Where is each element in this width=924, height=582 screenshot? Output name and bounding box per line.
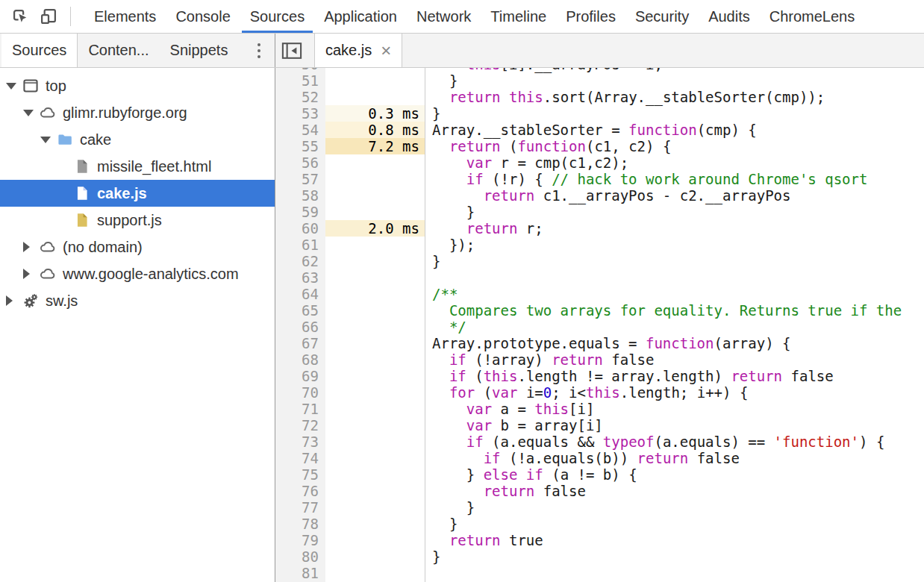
line-number[interactable]: 63	[275, 269, 319, 286]
code-line[interactable]: }	[432, 548, 924, 565]
code-line[interactable]: */	[432, 319, 924, 335]
device-toolbar-icon[interactable]	[37, 5, 60, 28]
navigator-tab-sources[interactable]: Sources	[1, 34, 78, 67]
line-number[interactable]: 71	[275, 401, 319, 417]
code-line[interactable]: }	[432, 72, 924, 89]
tree-item-top[interactable]: top	[0, 72, 275, 99]
panel-tab-timeline[interactable]: Timeline	[481, 0, 556, 33]
code-line[interactable]: if (a.equals && typeof(a.equals) == 'fun…	[432, 434, 924, 450]
line-number[interactable]: 67	[275, 335, 319, 351]
source-editor[interactable]: 5051525354555657585960616263646566676869…	[275, 68, 924, 582]
panel-tab-console[interactable]: Console	[166, 0, 240, 33]
code-pane[interactable]: this[i].__arrayPos = i; } return this.so…	[425, 68, 924, 582]
inspect-icon[interactable]	[9, 5, 31, 28]
panel-tab-application[interactable]: Application	[314, 0, 407, 33]
code-line[interactable]: });	[432, 237, 924, 253]
tree-item-no-domain[interactable]: (no domain)	[0, 234, 275, 260]
line-number[interactable]: 56	[275, 154, 319, 171]
panel-tab-profiles[interactable]: Profiles	[556, 0, 625, 33]
code-line[interactable]: Compares two arrays for equality. Return…	[432, 302, 924, 319]
line-number[interactable]: 54	[275, 122, 319, 138]
navigator-tab-conten[interactable]: Conten...	[78, 34, 159, 67]
line-number[interactable]: 69	[275, 368, 319, 384]
line-number[interactable]: 57	[275, 171, 319, 187]
code-line[interactable]: for (var i=0; i<this.length; i++) {	[432, 384, 924, 401]
tree-item-glimr-rubyforge-org[interactable]: glimr.rubyforge.org	[0, 99, 275, 126]
line-number[interactable]: 66	[275, 319, 319, 335]
expand-arrow-icon[interactable]	[6, 83, 22, 90]
panel-tab-elements[interactable]: Elements	[84, 0, 166, 33]
collapse-arrow-icon[interactable]	[6, 295, 22, 306]
line-number[interactable]: 70	[275, 384, 319, 401]
collapse-arrow-icon[interactable]	[23, 242, 40, 252]
overflow-menu-icon[interactable]	[253, 34, 265, 67]
panel-tab-network[interactable]: Network	[407, 0, 481, 33]
expand-arrow-icon[interactable]	[23, 110, 40, 116]
close-tab-icon[interactable]: ×	[381, 42, 391, 60]
file-tab-cake-js[interactable]: cake.js ×	[314, 34, 402, 67]
code-line[interactable]: return (function(c1, c2) {	[432, 138, 924, 154]
code-line[interactable]: }	[432, 105, 924, 122]
line-number[interactable]: 59	[275, 204, 319, 220]
code-line[interactable]: }	[432, 204, 924, 220]
line-number[interactable]: 73	[275, 434, 319, 450]
cloud-icon	[40, 104, 56, 121]
code-line[interactable]: }	[432, 516, 924, 532]
line-number[interactable]: 77	[275, 499, 319, 516]
code-line[interactable]: return false	[432, 483, 924, 499]
expand-arrow-icon[interactable]	[40, 137, 57, 143]
code-line[interactable]: }	[432, 499, 924, 516]
code-line[interactable]: var r = cmp(c1,c2);	[432, 154, 924, 171]
tree-item-cake-js[interactable]: cake.js	[0, 180, 275, 207]
code-line[interactable]	[432, 565, 924, 581]
line-number[interactable]: 80	[275, 548, 319, 565]
panel-tab-sources[interactable]: Sources	[240, 0, 314, 33]
collapse-arrow-icon[interactable]	[23, 269, 40, 279]
line-number[interactable]: 58	[275, 187, 319, 204]
line-number[interactable]: 53	[275, 105, 319, 122]
code-line[interactable]: return c1.__arrayPos - c2.__arrayPos	[432, 187, 924, 204]
line-number[interactable]: 65	[275, 302, 319, 319]
line-number[interactable]: 62	[275, 253, 319, 269]
code-line[interactable]: Array.__stableSorter = function(cmp) {	[432, 122, 924, 138]
line-number[interactable]: 79	[275, 532, 319, 548]
code-line[interactable]: return r;	[432, 220, 924, 237]
line-number[interactable]: 60	[275, 220, 319, 237]
code-line[interactable]: return this.sort(Array.__stableSorter(cm…	[432, 89, 924, 105]
panel-tab-security[interactable]: Security	[625, 0, 699, 33]
line-number[interactable]: 72	[275, 417, 319, 434]
code-line[interactable]: /**	[432, 286, 924, 302]
code-line[interactable]: if (!array) return false	[432, 351, 924, 368]
code-line[interactable]: return true	[432, 532, 924, 548]
line-number[interactable]: 61	[275, 237, 319, 253]
tree-item-cake[interactable]: cake	[0, 126, 275, 153]
line-number[interactable]: 51	[275, 72, 319, 89]
code-line[interactable]: } else if (a != b) {	[432, 466, 924, 483]
tree-item-support-js[interactable]: support.js	[0, 207, 275, 234]
line-number-gutter[interactable]: 5051525354555657585960616263646566676869…	[275, 68, 325, 582]
line-number[interactable]: 68	[275, 351, 319, 368]
hide-navigator-icon[interactable]	[281, 40, 303, 62]
navigator-tab-snippets[interactable]: Snippets	[160, 34, 239, 67]
code-line[interactable]: var a = this[i]	[432, 401, 924, 417]
line-number[interactable]: 76	[275, 483, 319, 499]
line-number[interactable]: 74	[275, 450, 319, 466]
code-line[interactable]	[432, 269, 924, 286]
panel-tab-chromelens[interactable]: ChromeLens	[760, 0, 865, 33]
code-line[interactable]: if (this.length != array.length) return …	[432, 368, 924, 384]
line-number[interactable]: 55	[275, 138, 319, 154]
panel-tab-audits[interactable]: Audits	[699, 0, 760, 33]
code-line[interactable]: }	[432, 253, 924, 269]
line-number[interactable]: 75	[275, 466, 319, 483]
line-number[interactable]: 52	[275, 89, 319, 105]
tree-item-missile-fleet-html[interactable]: missile_fleet.html	[0, 153, 275, 180]
code-line[interactable]: if (!a.equals(b)) return false	[432, 450, 924, 466]
code-line[interactable]: var b = array[i]	[432, 417, 924, 434]
line-number[interactable]: 81	[275, 565, 319, 581]
code-line[interactable]: if (!r) { // hack to work around Chrome'…	[432, 171, 924, 187]
tree-item-www-google-analytics-com[interactable]: www.google-analytics.com	[0, 260, 275, 287]
code-line[interactable]: Array.prototype.equals = function(array)…	[432, 335, 924, 351]
line-number[interactable]: 64	[275, 286, 319, 302]
tree-item-sw-js[interactable]: sw.js	[0, 287, 275, 314]
line-number[interactable]: 78	[275, 516, 319, 532]
